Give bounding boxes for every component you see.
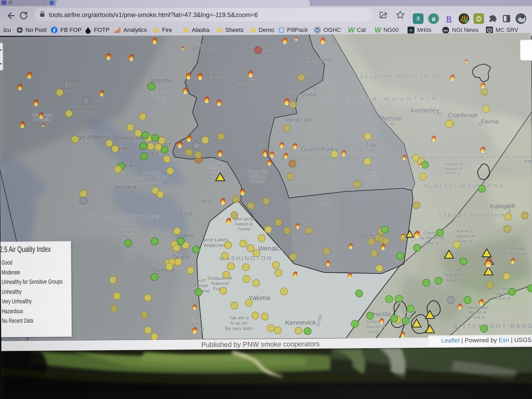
svg-text:NGI: NGI: [443, 29, 448, 32]
svg-text:W: W: [315, 28, 319, 32]
